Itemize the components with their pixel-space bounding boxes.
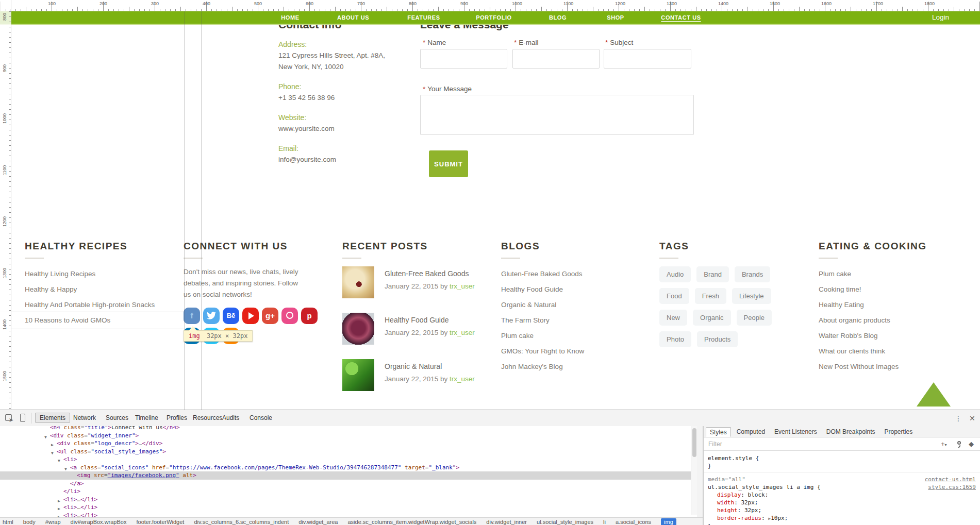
nav-item-features[interactable]: FEATURES: [407, 11, 440, 24]
tag-organic[interactable]: Organic: [693, 310, 731, 326]
filter-input[interactable]: Filter: [708, 441, 722, 448]
dom-tree-node[interactable]: </li>: [0, 487, 697, 496]
inspect-element-icon[interactable]: ➤: [5, 414, 14, 422]
nav-item-portfolio[interactable]: PORTFOLIO: [476, 11, 512, 24]
pinterest-icon[interactable]: p: [301, 308, 318, 324]
footer-link[interactable]: Gluten-Free Baked Goods: [501, 266, 645, 282]
tag-brands[interactable]: Brands: [735, 266, 770, 282]
footer-link[interactable]: Healthy & Happy: [25, 282, 169, 297]
tag-fresh[interactable]: Fresh: [695, 288, 726, 304]
footer-link[interactable]: Walter Robb's Blog: [819, 328, 973, 344]
devtools-close-icon[interactable]: ✕: [969, 414, 975, 422]
post-title[interactable]: Organic & Natural: [385, 362, 475, 370]
breadcrumb-item-div-wrapBox-wrapBox[interactable]: div#wrapBox.wrapBox: [71, 519, 127, 525]
dribbble-icon[interactable]: [281, 308, 298, 324]
footer-link[interactable]: GMOs: Your Right to Know: [501, 344, 645, 359]
footer-link[interactable]: The Farm Story: [501, 313, 645, 328]
footer-link[interactable]: Plum cake: [501, 328, 645, 344]
expand-arrow-icon[interactable]: ▶: [58, 513, 60, 518]
css-property[interactable]: display: block;: [708, 491, 976, 499]
name-input[interactable]: [420, 49, 507, 69]
devtools-menu-icon[interactable]: ⋮: [955, 414, 962, 422]
dom-tree-node[interactable]: ▶<li>…</li>: [0, 496, 697, 504]
sidebar-tab-dom-breakpoints[interactable]: DOM Breakpoints: [823, 427, 879, 437]
youtube-icon[interactable]: [242, 308, 259, 324]
sidebar-tab-event-listeners[interactable]: Event Listeners: [771, 427, 821, 437]
tag-products[interactable]: Products: [697, 331, 738, 347]
scroll-to-top-button[interactable]: [917, 382, 951, 407]
message-textarea[interactable]: [420, 95, 694, 135]
breadcrumb-item-aside-sc-columns-item-widgetWrap-widget-socials[interactable]: aside.sc_columns_item.widgetWrap.widget_…: [347, 519, 476, 525]
footer-link[interactable]: New Post Without Images: [819, 359, 973, 375]
nav-item-home[interactable]: HOME: [281, 11, 299, 24]
footer-link[interactable]: Healthy Eating: [819, 297, 973, 313]
footer-link[interactable]: What our clients think: [819, 344, 973, 359]
sidebar-tab-styles[interactable]: Styles: [706, 427, 731, 437]
nav-item-contact-us[interactable]: CONTACT US: [661, 11, 701, 24]
breadcrumb-item--wrap[interactable]: #wrap: [45, 519, 61, 525]
tag-brand[interactable]: Brand: [696, 266, 729, 282]
devtools-tab-profiles[interactable]: Profiles: [162, 413, 191, 423]
tag-audio[interactable]: Audio: [659, 266, 691, 282]
submit-button[interactable]: SUBMIT: [429, 150, 468, 177]
footer-link[interactable]: Healthy And Portable High-protein Snacks: [25, 297, 169, 313]
css-property[interactable]: border-radius: ▶10px;: [708, 514, 976, 522]
devtools-tab-audits[interactable]: Audits: [218, 413, 243, 423]
element-state-icon[interactable]: ◆: [969, 440, 974, 448]
nav-item-shop[interactable]: SHOP: [607, 11, 624, 24]
facebook-icon[interactable]: f: [184, 308, 200, 324]
breadcrumb-item-html[interactable]: html: [3, 519, 13, 525]
css-property[interactable]: height: 32px;: [708, 506, 976, 514]
expand-arrow-icon[interactable]: ▶: [768, 516, 771, 521]
dom-tree-node[interactable]: ▶<li>…</li>: [0, 503, 697, 512]
tag-people[interactable]: People: [737, 310, 772, 326]
twitter-icon[interactable]: [203, 308, 220, 324]
behance-icon[interactable]: Bē: [223, 308, 239, 324]
devtools-tab-network[interactable]: Network: [69, 413, 100, 423]
tag-new[interactable]: New: [659, 310, 687, 326]
email-input[interactable]: [512, 49, 600, 69]
breadcrumb-item-div-widget-inner[interactable]: div.widget_inner: [486, 519, 527, 525]
breadcrumb-item-div-sc-columns-6-sc-columns-indent[interactable]: div.sc_columns_6.sc_columns_indent: [194, 519, 289, 525]
post-thumbnail[interactable]: [342, 359, 374, 391]
googleplus-icon[interactable]: g+: [262, 308, 278, 324]
post-author-link[interactable]: trx_user: [450, 329, 475, 336]
css-source-link[interactable]: contact-us.html: [925, 476, 976, 483]
breadcrumb-item-img[interactable]: img: [661, 518, 676, 525]
nav-item-blog[interactable]: BLOG: [549, 11, 567, 24]
login-link[interactable]: Login: [932, 11, 949, 24]
dom-tree-node[interactable]: ▼<li>: [0, 455, 697, 464]
tag-photo[interactable]: Photo: [659, 331, 691, 347]
subject-input[interactable]: [604, 49, 691, 69]
devtools-tab-timeline[interactable]: Timeline: [131, 413, 162, 423]
sidebar-tab-computed[interactable]: Computed: [733, 427, 769, 437]
footer-link[interactable]: About organic products: [819, 313, 973, 328]
dom-tree-node[interactable]: ▶<div class="logo_descr">…</div>: [0, 439, 697, 448]
devtools-tab-sources[interactable]: Sources: [102, 413, 132, 423]
post-title[interactable]: Gluten-Free Baked Goods: [385, 269, 475, 278]
breadcrumb-item-li[interactable]: li: [603, 519, 606, 525]
post-thumbnail[interactable]: [342, 313, 374, 345]
dom-tree-node[interactable]: </a>: [0, 480, 697, 488]
dom-tree-node[interactable]: <img src="images/facebook.png" alt>: [0, 471, 697, 480]
css-property[interactable]: width: 32px;: [708, 499, 976, 506]
footer-link[interactable]: Cooking time!: [819, 282, 973, 297]
footer-link[interactable]: 10 Reasons to Avoid GMOs: [25, 313, 169, 328]
dom-tree-node[interactable]: ▼<ul class="social_style_images">: [0, 448, 697, 456]
footer-link[interactable]: Healthy Living Recipes: [25, 266, 169, 282]
footer-link[interactable]: Plum cake: [819, 266, 973, 282]
breadcrumb-item-body[interactable]: body: [23, 519, 36, 525]
dom-tree-node[interactable]: ▼<a class="social_icons" href="https://w…: [0, 464, 697, 472]
breadcrumb-item-ul-social-style-images[interactable]: ul.social_style_images: [537, 519, 593, 525]
dom-tree-node[interactable]: ▼<div class="widget_inner">: [0, 432, 697, 440]
elements-scrollbar[interactable]: [691, 426, 697, 515]
breadcrumb-item-footer-footerWidget[interactable]: footer.footerWidget: [136, 519, 184, 525]
footer-link[interactable]: Organic & Natural: [501, 297, 645, 313]
css-source-link[interactable]: style.css:1659: [928, 483, 976, 491]
tag-lifestyle[interactable]: Lifestyle: [732, 288, 771, 304]
footer-link[interactable]: John Mackey's Blog: [501, 359, 645, 375]
tag-food[interactable]: Food: [659, 288, 689, 304]
sidebar-tab-properties[interactable]: Properties: [881, 427, 916, 437]
nav-item-about-us[interactable]: ABOUT US: [337, 11, 369, 24]
post-thumbnail[interactable]: [342, 266, 374, 298]
